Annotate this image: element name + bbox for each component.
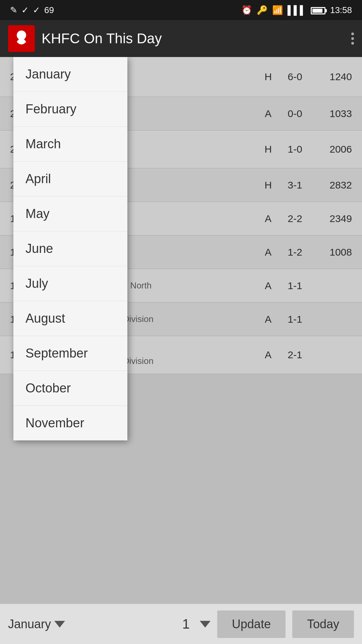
signal-icon: ▌▌▌ <box>288 5 306 15</box>
app-bar: KHFC On This Day <box>0 20 362 57</box>
status-right-icons: ⏰ 🔑 📶 ▌▌▌ 13:58 <box>241 5 352 15</box>
notification-count: 69 <box>44 5 54 15</box>
day-selector: 1 <box>178 616 210 632</box>
selected-month-label: January <box>8 617 51 631</box>
day-dropdown-arrow[interactable] <box>200 621 210 628</box>
wifi-icon: 📶 <box>272 5 283 15</box>
dropdown-item-march[interactable]: March <box>13 127 127 162</box>
month-dropdown-arrow[interactable] <box>54 621 65 628</box>
edit-icon: ✎ <box>10 5 17 15</box>
check-icon-1: ✓ <box>21 5 29 15</box>
main-content: 200 March gers H 6-0 1240 200 n Rovers A… <box>0 57 362 604</box>
month-selector[interactable]: January <box>8 617 171 631</box>
selected-day: 1 <box>178 616 194 632</box>
today-button[interactable]: Today <box>292 610 354 638</box>
dropdown-item-august[interactable]: August <box>13 301 127 336</box>
dropdown-item-november[interactable]: November <box>13 406 127 440</box>
app-logo <box>8 25 35 52</box>
dropdown-item-april[interactable]: April <box>13 162 127 197</box>
dropdown-item-february[interactable]: February <box>13 92 127 127</box>
dropdown-item-january[interactable]: January <box>13 57 127 92</box>
dropdown-item-october[interactable]: October <box>13 371 127 406</box>
battery-icon <box>311 5 325 15</box>
status-bar: ✎ ✓ ✓ 69 ⏰ 🔑 📶 ▌▌▌ 13:58 <box>0 0 362 20</box>
clock-time: 13:58 <box>330 5 352 15</box>
dropdown-item-july[interactable]: July <box>13 266 127 301</box>
check-icon-2: ✓ <box>33 5 40 15</box>
dropdown-item-june[interactable]: June <box>13 231 127 266</box>
key-icon: 🔑 <box>257 5 267 15</box>
app-title: KHFC On This Day <box>42 31 345 47</box>
status-left-icons: ✎ ✓ ✓ 69 <box>10 5 54 15</box>
alarm-icon: ⏰ <box>241 5 252 15</box>
dropdown-item-september[interactable]: September <box>13 336 127 371</box>
overflow-menu-button[interactable] <box>351 33 354 45</box>
bottom-bar: January 1 Update Today <box>0 604 362 644</box>
month-dropdown-menu: January February March April May June Ju… <box>13 57 127 440</box>
dropdown-item-may[interactable]: May <box>13 197 127 231</box>
update-button[interactable]: Update <box>217 610 286 638</box>
